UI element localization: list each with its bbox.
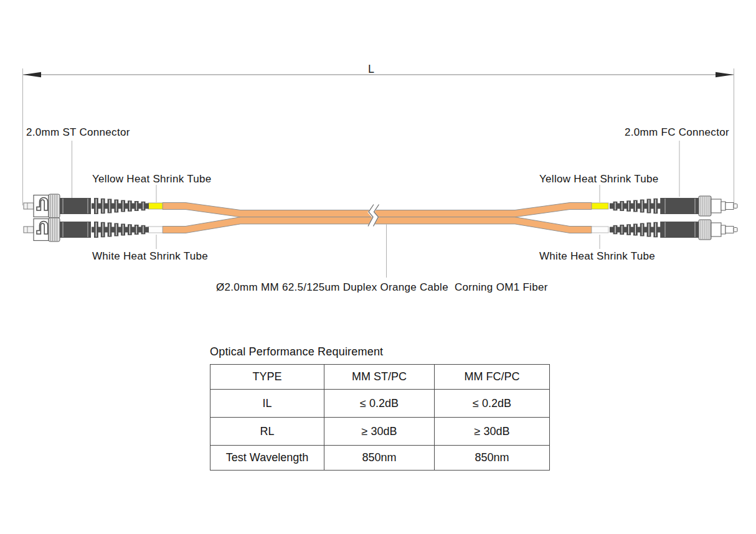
table-cell: Test Wavelength bbox=[210, 446, 324, 471]
white-heat-shrink-left bbox=[148, 227, 163, 233]
table-header-cell: MM FC/PC bbox=[435, 365, 550, 390]
table-cell: ≥ 30dB bbox=[435, 418, 550, 446]
table-title: Optical Performance Requirement bbox=[210, 345, 383, 358]
fiber-patch-cord-drawing: L 2.0mm ST Connector 2.0mm FC Connector … bbox=[0, 0, 756, 534]
fc-connector-bottom bbox=[610, 220, 737, 240]
yellow-heat-shrink-left bbox=[148, 203, 163, 209]
st-connector-bottom bbox=[24, 218, 149, 241]
table-cell: RL bbox=[210, 418, 324, 446]
white-heat-shrink-right bbox=[592, 227, 608, 233]
white-tube-label-left: White Heat Shrink Tube bbox=[92, 250, 208, 263]
table-cell: ≤ 0.2dB bbox=[324, 390, 435, 418]
table-cell: ≥ 30dB bbox=[324, 418, 435, 446]
table-cell: 850nm bbox=[435, 446, 550, 471]
table-header-row: TYPE MM ST/PC MM FC/PC bbox=[210, 365, 550, 390]
arrowhead-right bbox=[716, 72, 734, 77]
table-row: RL ≥ 30dB ≥ 30dB bbox=[210, 418, 550, 446]
table-cell: 850nm bbox=[324, 446, 435, 471]
yellow-tube-label-right: Yellow Heat Shrink Tube bbox=[539, 173, 659, 185]
optical-performance-table: TYPE MM ST/PC MM FC/PC IL ≤ 0.2dB ≤ 0.2d… bbox=[210, 364, 550, 471]
table-row: IL ≤ 0.2dB ≤ 0.2dB bbox=[210, 390, 550, 418]
table-header-cell: TYPE bbox=[210, 365, 324, 390]
table-cell: IL bbox=[210, 390, 324, 418]
yellow-heat-shrink-right bbox=[592, 203, 608, 209]
yellow-tube-label-left: Yellow Heat Shrink Tube bbox=[92, 173, 212, 185]
arrowhead-left bbox=[23, 72, 41, 77]
table-header-cell: MM ST/PC bbox=[324, 365, 435, 390]
fc-connector-label: 2.0mm FC Connector bbox=[625, 126, 729, 139]
fc-connector-top bbox=[610, 196, 737, 216]
table-cell: ≤ 0.2dB bbox=[435, 390, 550, 418]
st-connector-top bbox=[24, 194, 149, 218]
st-connector-label: 2.0mm ST Connector bbox=[26, 126, 130, 139]
length-dimension-label: L bbox=[368, 63, 374, 76]
cable-description-label: Ø2.0mm MM 62.5/125um Duplex Orange Cable… bbox=[216, 281, 548, 294]
table-row: Test Wavelength 850nm 850nm bbox=[210, 446, 550, 471]
white-tube-label-right: White Heat Shrink Tube bbox=[539, 250, 655, 263]
